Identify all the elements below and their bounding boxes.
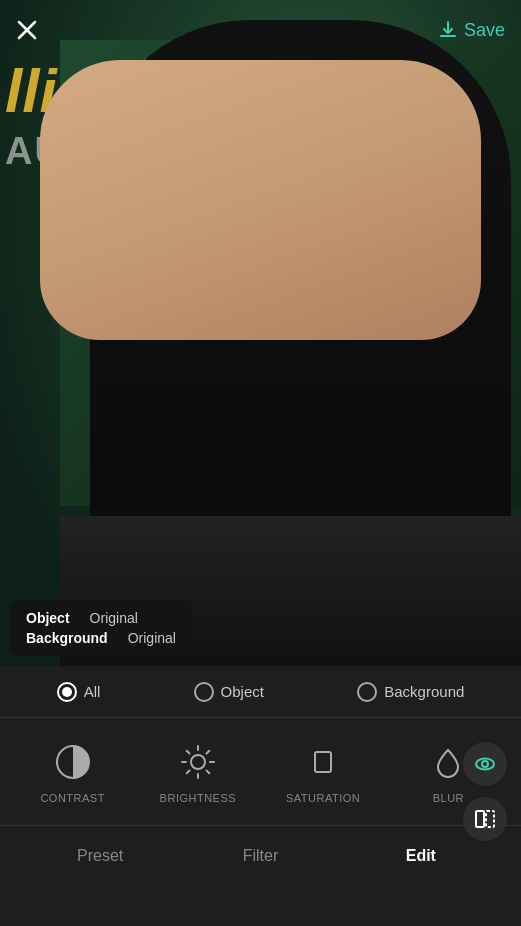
radio-label-background: Background bbox=[384, 683, 464, 700]
svg-line-13 bbox=[206, 770, 209, 773]
eye-toggle-button[interactable] bbox=[463, 742, 507, 786]
tooltip-row-object: Object Original bbox=[26, 610, 176, 626]
svg-line-12 bbox=[187, 750, 190, 753]
tooltip-background-label: Background bbox=[26, 630, 108, 646]
radio-all[interactable]: All bbox=[57, 682, 101, 702]
tool-contrast[interactable]: CONTRAST bbox=[10, 740, 135, 804]
saturation-icon bbox=[301, 740, 345, 784]
svg-rect-4 bbox=[476, 811, 484, 827]
radio-circle-background bbox=[357, 682, 377, 702]
nav-edit-label: Edit bbox=[406, 847, 436, 864]
tooltip-object-value: Original bbox=[90, 610, 138, 626]
svg-line-14 bbox=[206, 750, 209, 753]
svg-rect-5 bbox=[486, 811, 494, 827]
tooltip-object-label: Object bbox=[26, 610, 70, 626]
nav-filter[interactable]: Filter bbox=[180, 847, 340, 865]
saturation-label: SATURATION bbox=[286, 792, 360, 804]
tooltip-row-background: Background Original bbox=[26, 630, 176, 646]
blur-label: BLUR bbox=[433, 792, 464, 804]
brightness-label: BRIGHTNESS bbox=[160, 792, 237, 804]
contrast-label: CONTRAST bbox=[40, 792, 105, 804]
close-button[interactable] bbox=[16, 19, 38, 41]
radio-selection-row: All Object Background bbox=[0, 666, 521, 718]
nav-edit[interactable]: Edit bbox=[341, 847, 501, 865]
radio-circle-all bbox=[57, 682, 77, 702]
bottom-navigation: Preset Filter Edit bbox=[0, 826, 521, 886]
face-layer bbox=[40, 60, 481, 340]
radio-object[interactable]: Object bbox=[194, 682, 264, 702]
save-label: Save bbox=[464, 20, 505, 41]
svg-point-3 bbox=[482, 761, 488, 767]
nav-filter-label: Filter bbox=[243, 847, 279, 864]
save-button[interactable]: Save bbox=[438, 20, 505, 41]
image-area: llie AUT bbox=[0, 0, 521, 666]
svg-point-7 bbox=[191, 755, 205, 769]
nav-preset-label: Preset bbox=[77, 847, 123, 864]
tooltip-background-value: Original bbox=[128, 630, 176, 646]
tooltip-popup: Object Original Background Original bbox=[10, 600, 192, 656]
radio-background[interactable]: Background bbox=[357, 682, 464, 702]
contrast-icon bbox=[51, 740, 95, 784]
tool-saturation[interactable]: SATURATION bbox=[261, 740, 386, 804]
radio-label-all: All bbox=[84, 683, 101, 700]
brightness-icon bbox=[176, 740, 220, 784]
bottom-panel: All Object Background CONTRAST bbox=[0, 666, 521, 926]
svg-line-15 bbox=[187, 770, 190, 773]
radio-circle-object bbox=[194, 682, 214, 702]
compare-button[interactable] bbox=[463, 797, 507, 841]
app-header: Save bbox=[0, 0, 521, 60]
nav-preset[interactable]: Preset bbox=[20, 847, 180, 865]
radio-label-object: Object bbox=[221, 683, 264, 700]
tool-brightness[interactable]: BRIGHTNESS bbox=[135, 740, 260, 804]
tools-row: CONTRAST BRIGHTNESS bbox=[0, 718, 521, 826]
photo-background: llie AUT bbox=[0, 0, 521, 666]
svg-rect-16 bbox=[315, 752, 331, 772]
